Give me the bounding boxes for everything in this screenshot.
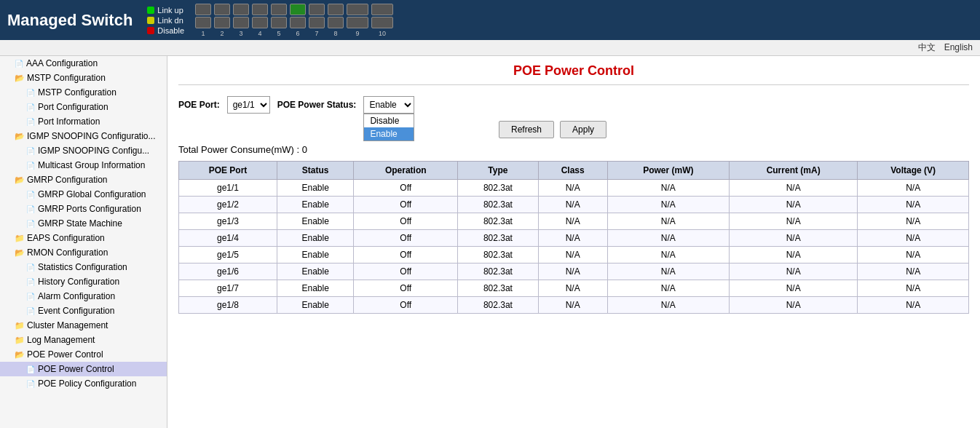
cell-voltage: N/A (858, 213, 969, 230)
cell-class: N/A (538, 247, 607, 263)
port-4[interactable]: 4 (252, 4, 268, 37)
cell-power: N/A (607, 213, 729, 230)
cell-power: N/A (607, 230, 729, 247)
dropdown-option-enable[interactable]: Enable (364, 127, 414, 140)
poe-power-status-select[interactable]: Enable (363, 96, 414, 114)
cell-operation: Off (354, 263, 458, 280)
sidebar-item-poe-policy[interactable]: 📄 POE Policy Configuration (0, 376, 167, 391)
port-5[interactable]: 5 (271, 4, 287, 37)
port-4-top (252, 4, 268, 15)
port-3[interactable]: 3 (233, 4, 249, 37)
sidebar-group-rmon[interactable]: 📂 RMON Configuration (0, 245, 167, 260)
table-row: ge1/7EnableOff802.3atN/AN/AN/AN/A (179, 280, 969, 297)
port-6[interactable]: 6 (290, 4, 306, 37)
port-5-num: 5 (271, 30, 287, 37)
doc-icon: 📄 (15, 60, 23, 68)
sidebar-group-gmrp[interactable]: 📂 GMRP Configuration (0, 173, 167, 187)
doc-icon: 📄 (26, 89, 35, 97)
port-7[interactable]: 7 (309, 4, 325, 37)
port-icons: 1 2 3 4 5 6 7 (195, 4, 393, 37)
sidebar-label-cluster-group: Cluster Management (27, 320, 108, 330)
port-8-num: 8 (328, 30, 344, 37)
port-6-num: 6 (290, 30, 306, 37)
disable-label: Disable (157, 26, 184, 35)
cell-type: 802.3at (458, 280, 539, 297)
table-row: ge1/1EnableOff802.3atN/AN/AN/AN/A (179, 180, 969, 197)
lang-bar: 中文 English (0, 40, 980, 56)
dropdown-option-disable[interactable]: Disable (364, 114, 414, 127)
lang-chinese[interactable]: 中文 (918, 42, 936, 52)
sidebar-label-poe-power: POE Power Control (38, 364, 114, 374)
sidebar-group-igmp[interactable]: 📂 IGMP SNOOPING Configuratio... (0, 129, 167, 143)
folder-open-icon: 📂 (15, 74, 25, 83)
sidebar-label-igmp-group: IGMP SNOOPING Configuratio... (27, 131, 156, 141)
cell-status: Enable (277, 280, 354, 297)
port-4-bot (252, 17, 268, 28)
poe-port-select[interactable]: ge1/1 ge1/2 ge1/3 ge1/4 ge1/5 ge1/6 ge1/… (227, 96, 270, 114)
sidebar-item-poe-power[interactable]: 📄 POE Power Control (0, 362, 167, 376)
sidebar-item-gmrp-global[interactable]: 📄 GMRP Global Configuration (0, 187, 167, 202)
sidebar-item-gmrp-state[interactable]: 📄 GMRP State Machine (0, 216, 167, 231)
sidebar-item-statistics[interactable]: 📄 Statistics Configuration (0, 260, 167, 274)
table-header-row: POE Port Status Operation Type Class Pow… (179, 162, 969, 180)
port-10[interactable]: 10 (371, 4, 393, 37)
sidebar-item-alarm[interactable]: 📄 Alarm Configuration (0, 289, 167, 304)
cell-type: 802.3at (458, 213, 539, 230)
sidebar-label-port-info: Port Information (38, 116, 100, 127)
sidebar-item-aaa-config[interactable]: 📄 AAA Configuration (0, 56, 167, 71)
port-5-bot (271, 17, 287, 28)
sidebar: 📄 AAA Configuration 📂 MSTP Configuration… (0, 56, 167, 428)
table-row: ge1/4EnableOff802.3atN/AN/AN/AN/A (179, 230, 969, 247)
cell-operation: Off (354, 297, 458, 314)
sidebar-group-eaps[interactable]: 📁 EAPS Configuration (0, 231, 167, 245)
cell-status: Enable (277, 230, 354, 247)
folder-closed-icon: 📁 (15, 234, 25, 243)
sidebar-group-poe[interactable]: 📂 POE Power Control (0, 347, 167, 362)
cell-voltage: N/A (858, 263, 969, 280)
port-2-num: 2 (214, 30, 230, 37)
sidebar-item-mstp-config[interactable]: 📄 MSTP Configuration (0, 85, 167, 100)
sidebar-group-cluster[interactable]: 📁 Cluster Management (0, 318, 167, 333)
sidebar-label-gmrp-group: GMRP Configuration (27, 175, 108, 185)
port-2[interactable]: 2 (214, 4, 230, 37)
cell-operation: Off (354, 197, 458, 213)
port-9[interactable]: 9 (347, 4, 368, 37)
sidebar-label-eaps-group: EAPS Configuration (27, 233, 105, 243)
cell-current: N/A (729, 263, 857, 280)
folder-open-icon: 📂 (15, 132, 25, 141)
sidebar-label-poe-policy: POE Policy Configuration (38, 379, 136, 389)
lang-english[interactable]: English (944, 42, 973, 52)
sidebar-item-port-info[interactable]: 📄 Port Information (0, 114, 167, 129)
port-1[interactable]: 1 (195, 4, 211, 37)
port-9-num: 9 (347, 30, 368, 37)
sidebar-item-gmrp-ports[interactable]: 📄 GMRP Ports Configuration (0, 202, 167, 216)
sidebar-item-event[interactable]: 📄 Event Configuration (0, 304, 167, 318)
sidebar-group-log[interactable]: 📁 Log Management (0, 333, 167, 347)
port-10-num: 10 (371, 30, 393, 37)
poe-power-status-dropdown[interactable]: Enable Disable Enable (363, 96, 414, 114)
sidebar-item-history[interactable]: 📄 History Configuration (0, 274, 167, 289)
link-dn-status: Link dn (147, 16, 184, 25)
cell-status: Enable (277, 180, 354, 197)
cell-status: Enable (277, 213, 354, 230)
table-row: ge1/2EnableOff802.3atN/AN/AN/AN/A (179, 197, 969, 213)
sidebar-item-igmp-config[interactable]: 📄 IGMP SNOOPING Configu... (0, 143, 167, 158)
port-8[interactable]: 8 (328, 4, 344, 37)
link-dn-icon (147, 17, 154, 24)
cell-type: 802.3at (458, 297, 539, 314)
apply-button[interactable]: Apply (560, 121, 606, 138)
doc-icon: 📄 (26, 191, 35, 199)
cell-status: Enable (277, 263, 354, 280)
cell-current: N/A (729, 247, 857, 263)
page-title: POE Power Control (178, 63, 969, 85)
sidebar-item-multicast-info[interactable]: 📄 Multicast Group Information (0, 158, 167, 173)
doc-icon: 📄 (26, 278, 35, 286)
sidebar-group-mstp[interactable]: 📂 MSTP Configuration (0, 71, 167, 85)
cell-operation: Off (354, 213, 458, 230)
refresh-button[interactable]: Refresh (499, 121, 554, 138)
sidebar-item-port-config[interactable]: 📄 Port Configuration (0, 100, 167, 114)
cell-voltage: N/A (858, 247, 969, 263)
port-5-top (271, 4, 287, 15)
cell-port: ge1/6 (179, 263, 277, 280)
port-6-top (290, 4, 306, 15)
